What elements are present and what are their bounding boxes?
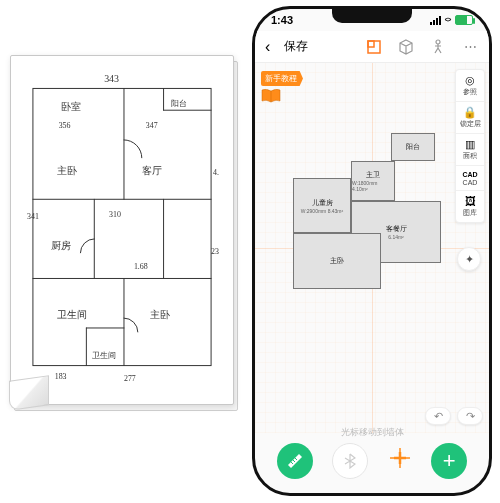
eye-icon: ◎ xyxy=(465,75,475,86)
redo-button[interactable]: ↷ xyxy=(457,407,483,425)
status-time: 1:43 xyxy=(271,14,293,26)
room-label: 阳台 xyxy=(171,99,187,108)
room-balcony[interactable]: 阳台 xyxy=(391,133,435,161)
measure-button[interactable] xyxy=(277,443,313,479)
undo-button[interactable]: ↶ xyxy=(425,407,451,425)
lock-icon: 🔒 xyxy=(463,107,477,118)
room-label: 卫生间 xyxy=(57,309,87,320)
room-name: 阳台 xyxy=(406,142,420,152)
digital-floorplan[interactable]: 阳台 主卫 W:1800mm 4.10m² 儿童房 W:2900mm 8.43m… xyxy=(293,133,453,313)
dim-label: 343 xyxy=(104,74,119,85)
dim-label: 356 xyxy=(59,121,71,130)
svg-rect-12 xyxy=(368,41,374,47)
room-dims: 6.14m² xyxy=(388,234,404,240)
more-icon[interactable]: ⋯ xyxy=(461,38,479,56)
svg-point-13 xyxy=(436,40,440,44)
room-label: 客厅 xyxy=(142,165,162,176)
canvas-area[interactable]: ❖ 新手教程 ◎ 参照 🔒 锁定层 ▥ 面积 CAD CAD 🖼 xyxy=(255,63,489,433)
add-button[interactable]: + xyxy=(431,443,467,479)
side-toolbar: ◎ 参照 🔒 锁定层 ▥ 面积 CAD CAD 🖼 图库 xyxy=(455,69,485,223)
paper-curl-corner xyxy=(9,375,49,411)
room-label: 主卧 xyxy=(150,309,170,320)
status-right: ⌔ xyxy=(430,15,473,26)
room-name: 儿童房 xyxy=(312,198,333,208)
sidebar-item-reference[interactable]: ◎ 参照 xyxy=(456,70,484,102)
sidebar-item-label: 锁定层 xyxy=(460,119,481,129)
room-label: 卫生间 xyxy=(92,351,116,360)
room-label: 厨房 xyxy=(51,240,71,251)
compass-icon[interactable]: ✦ xyxy=(457,247,481,271)
back-button[interactable]: ‹ xyxy=(265,38,270,56)
bottom-toolbar: + xyxy=(255,439,489,483)
room-name: 客餐厅 xyxy=(386,224,407,234)
tutorial-tag[interactable]: 新手教程 xyxy=(261,71,303,86)
battery-icon xyxy=(455,15,473,25)
room-name: 主卧 xyxy=(330,256,344,266)
paper-sketch: 343 卧室 阳台 356 347 主卧 客厅 341 4.16 310 厨房 … xyxy=(10,55,240,415)
dim-label: 341 xyxy=(27,212,39,221)
view-2d-icon[interactable] xyxy=(365,38,383,56)
gallery-icon: 🖼 xyxy=(465,196,476,207)
dim-label: 310 xyxy=(109,210,121,219)
hint-text: 光标移动到墙体 xyxy=(255,426,489,439)
top-toolbar: ‹ 保存 ⋯ xyxy=(255,31,489,63)
area-icon: ▥ xyxy=(465,139,475,150)
dim-label: 1.68 xyxy=(134,262,148,271)
save-button[interactable]: 保存 xyxy=(284,38,308,55)
status-bar: 1:43 ⌔ xyxy=(255,9,489,31)
hand-drawn-floorplan: 343 卧室 阳台 356 347 主卧 客厅 341 4.16 310 厨房 … xyxy=(25,70,219,386)
sidebar-item-label: 面积 xyxy=(463,151,477,161)
sidebar-item-lock[interactable]: 🔒 锁定层 xyxy=(456,102,484,134)
cad-icon: CAD xyxy=(462,171,477,178)
room-name: 主卫 xyxy=(366,170,380,180)
dim-label: 233 xyxy=(211,247,219,256)
room-kids[interactable]: 儿童房 W:2900mm 8.43m² xyxy=(293,178,351,233)
room-label: 主卧 xyxy=(57,165,77,176)
sidebar-item-cad[interactable]: CAD CAD xyxy=(456,166,484,191)
sidebar-item-label: CAD xyxy=(463,179,478,186)
dim-label: 347 xyxy=(146,121,158,130)
walkthrough-icon[interactable] xyxy=(429,38,447,56)
sidebar-item-label: 图库 xyxy=(463,208,477,218)
dim-label: 4.16 xyxy=(213,168,219,177)
sidebar-item-gallery[interactable]: 🖼 图库 xyxy=(456,191,484,222)
phone-mockup: 1:43 ⌔ ‹ 保存 ⋯ ❖ 新手教程 xyxy=(252,6,492,496)
sidebar-item-area[interactable]: ▥ 面积 xyxy=(456,134,484,166)
signal-icon xyxy=(430,16,441,25)
room-label: 卧室 xyxy=(61,101,81,112)
target-button[interactable] xyxy=(388,446,412,476)
bluetooth-button[interactable] xyxy=(332,443,368,479)
wifi-icon: ⌔ xyxy=(445,15,451,26)
dim-label: 277 xyxy=(124,374,136,383)
room-master[interactable]: 主卧 xyxy=(293,233,381,289)
room-dims: W:2900mm 8.43m² xyxy=(301,208,343,214)
view-3d-icon[interactable] xyxy=(397,38,415,56)
sidebar-item-label: 参照 xyxy=(463,87,477,97)
room-master-bath[interactable]: 主卫 W:1800mm 4.10m² xyxy=(351,161,395,201)
book-icon[interactable] xyxy=(261,89,281,103)
dim-label: 183 xyxy=(55,372,67,381)
phone-notch xyxy=(332,9,412,23)
room-dims: W:1800mm 4.10m² xyxy=(352,180,394,192)
paper-front-sheet: 343 卧室 阳台 356 347 主卧 客厅 341 4.16 310 厨房 … xyxy=(10,55,234,405)
